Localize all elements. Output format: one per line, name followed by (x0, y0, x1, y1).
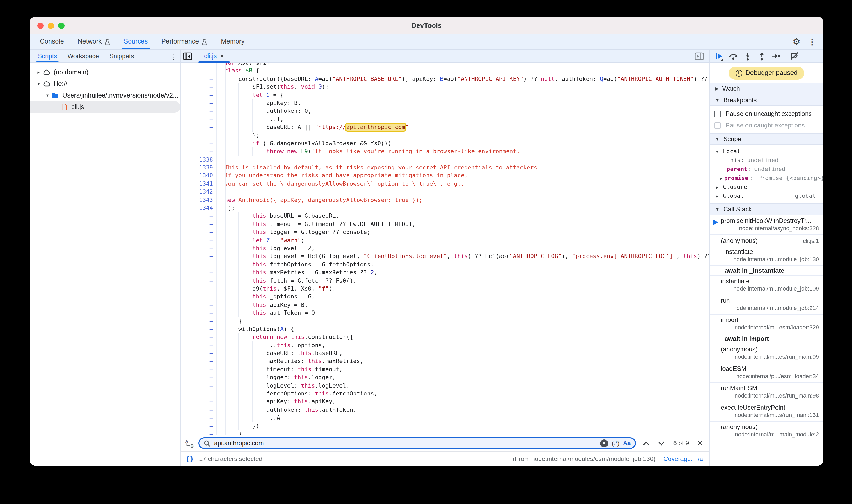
line-gutter[interactable]: – (181, 115, 217, 123)
hide-navigator-icon[interactable] (181, 49, 195, 63)
deactivate-breakpoints-icon[interactable] (789, 51, 800, 61)
regex-toggle[interactable]: (.*) (612, 440, 619, 446)
tab-cli-js[interactable]: cli.js × (198, 50, 230, 63)
code-line-text[interactable]: }) (217, 422, 709, 430)
code-line-text[interactable]: $F1.set(this, void 0); (217, 83, 709, 91)
code-line-text[interactable]: this.baseURL = G.baseURL, (217, 212, 709, 220)
hide-debugger-sidebar-icon[interactable] (693, 49, 706, 63)
code-line-text[interactable]: authToken: Q, (217, 107, 709, 115)
code-line-text[interactable]: withOptions(A) { (217, 325, 709, 333)
code-line[interactable]: –}; (181, 131, 709, 140)
code-line-text[interactable]: fetchOptions: this.fetchOptions, (217, 390, 709, 398)
code-line[interactable]: –class $B { (181, 67, 709, 75)
line-gutter[interactable]: – (181, 75, 217, 83)
code-line-text[interactable]: let Z = "warn"; (217, 236, 709, 245)
line-gutter[interactable]: – (181, 357, 217, 365)
code-line[interactable]: –}) (181, 422, 709, 430)
frame-location[interactable]: node:internal/m...s/run_main:131 (721, 412, 819, 418)
code-line-text[interactable]: throw new L9(`It looks like you're runni… (217, 148, 709, 156)
code-line-text[interactable]: new Anthropic({ apiKey, dangerouslyAllow… (217, 196, 709, 204)
navigator-tab-snippets[interactable]: Snippets (104, 50, 139, 62)
scope-group-closure[interactable]: ▸Closure (710, 182, 823, 192)
code-line[interactable]: –baseURL: this.baseURL, (181, 349, 709, 357)
line-gutter[interactable]: – (181, 83, 217, 91)
callstack-frame-loadesm[interactable]: loadESMnode:internal/p.../esm_loader:34 (710, 363, 823, 383)
module-source-link[interactable]: node:internal/modules/esm/module_job:130 (531, 455, 654, 462)
line-gutter[interactable]: – (181, 373, 217, 381)
code-line[interactable]: –this._options = G, (181, 293, 709, 301)
code-line[interactable]: –baseURL: A || "https://api.anthropic.co… (181, 123, 709, 131)
navigator-tab-scripts[interactable]: Scripts (33, 50, 62, 62)
replace-toggle-icon[interactable]: AB (184, 438, 194, 448)
line-gutter[interactable]: – (181, 107, 217, 115)
code-line-text[interactable]: `); (217, 204, 709, 212)
line-gutter[interactable]: – (181, 140, 217, 148)
pretty-print-icon[interactable]: {} (186, 455, 194, 462)
callstack-frame-run[interactable]: runnode:internal/m...module_job:214 (710, 295, 823, 315)
previous-match-icon[interactable] (641, 438, 651, 448)
code-line[interactable]: –let Z = "warn"; (181, 236, 709, 245)
code-line-text[interactable]: this.logLevel = Z, (217, 245, 709, 253)
checkbox-unchecked[interactable] (714, 122, 721, 129)
code-line[interactable]: 1338 (181, 156, 709, 164)
code-line[interactable]: –withOptions(A) { (181, 325, 709, 333)
code-line[interactable]: –var Xs0, $F1; (181, 63, 709, 67)
search-input[interactable]: api.anthropic.com ✕ (.*) Aa (198, 437, 636, 449)
close-find-bar-icon[interactable]: ✕ (696, 439, 704, 447)
code-line[interactable]: –this.logger = G.logger ?? console; (181, 228, 709, 236)
line-gutter[interactable]: – (181, 349, 217, 357)
code-line[interactable]: –if (!G.dangerouslyAllowBrowser && Ys0()… (181, 140, 709, 148)
chevron-right-icon[interactable]: ▸ (35, 70, 42, 75)
code-line-text[interactable] (217, 156, 709, 164)
scope-prop-parent[interactable]: parent:undefined (710, 165, 823, 174)
code-line[interactable]: –fetchOptions: this.fetchOptions, (181, 390, 709, 398)
frame-location[interactable]: node:internal/m...module_job:130 (721, 256, 819, 262)
code-line-text[interactable]: ...this._options, (217, 341, 709, 349)
line-gutter[interactable]: – (181, 325, 217, 333)
code-line-text[interactable]: apiKey: B, (217, 99, 709, 107)
code-line[interactable]: –timeout: this.timeout, (181, 365, 709, 374)
code-line[interactable]: –this.fetchOptions = G.fetchOptions, (181, 260, 709, 269)
code-line-text[interactable]: you can set the \`dangerouslyAllowBrowse… (217, 180, 709, 188)
code-line[interactable]: –o9(this, $F1, Xs0, "f"), (181, 285, 709, 293)
tab-sources[interactable]: Sources (117, 34, 155, 49)
code-line-text[interactable]: this.logger = G.logger ?? console; (217, 228, 709, 236)
code-line-text[interactable]: authToken: this.authToken, (217, 406, 709, 414)
code-line[interactable]: –authToken: Q, (181, 107, 709, 115)
callstack-frame-import[interactable]: importnode:internal/m...esm/loader:329 (710, 315, 823, 334)
checkbox-unchecked[interactable] (714, 110, 721, 117)
code-line-text[interactable]: if (!G.dangerouslyAllowBrowser && Ys0()) (217, 140, 709, 148)
scope-prop-promise[interactable]: ▸promise:Promise {<pending>} (710, 174, 823, 182)
chevron-right-icon[interactable]: ▸ (720, 176, 723, 181)
scope-group-local[interactable]: ▾Local (710, 147, 823, 156)
code-line-text[interactable]: this.fetchOptions = G.fetchOptions, (217, 260, 709, 269)
search-query[interactable]: api.anthropic.com (214, 439, 597, 447)
line-gutter[interactable]: – (181, 63, 217, 67)
scope-group-global[interactable]: ▸Globalglobal (710, 192, 823, 200)
section-call-stack[interactable]: ▼ Call Stack (710, 203, 823, 215)
callstack-frame-promiseinithookwithdestroytr[interactable]: promiseInitHookWithDestroyTr...node:inte… (710, 215, 823, 235)
line-gutter[interactable]: – (181, 406, 217, 414)
tree-item-file[interactable]: ▾file:// (30, 78, 180, 90)
line-gutter[interactable]: – (181, 333, 217, 341)
code-line-text[interactable]: }; (217, 131, 709, 140)
code-line[interactable]: 1340If you understand the risks and have… (181, 172, 709, 180)
code-line[interactable]: 1339This is disabled by default, as it r… (181, 164, 709, 172)
code-line-text[interactable] (217, 188, 709, 196)
line-gutter[interactable]: – (181, 253, 217, 260)
scope-prop-this[interactable]: this:undefined (710, 156, 823, 165)
code-line-text[interactable]: timeout: this.timeout, (217, 365, 709, 374)
code-line[interactable]: 1343new Anthropic({ apiKey, dangerouslyA… (181, 196, 709, 204)
code-line[interactable]: –...this._options, (181, 341, 709, 349)
step-icon[interactable] (771, 51, 781, 61)
frame-location[interactable]: node:internal/m...module_job:109 (721, 285, 819, 292)
line-gutter[interactable]: – (181, 301, 217, 309)
code-line-text[interactable]: var Xs0, $F1; (217, 63, 709, 67)
code-line[interactable]: –...I, (181, 115, 709, 123)
line-gutter[interactable]: – (181, 277, 217, 285)
line-gutter[interactable]: – (181, 398, 217, 406)
frame-location[interactable]: cli.js:1 (803, 237, 819, 244)
code-line[interactable]: –} (181, 317, 709, 325)
frame-location[interactable]: node:internal/m...main_module:2 (721, 431, 819, 437)
code-line[interactable]: –apiKey: B, (181, 99, 709, 107)
